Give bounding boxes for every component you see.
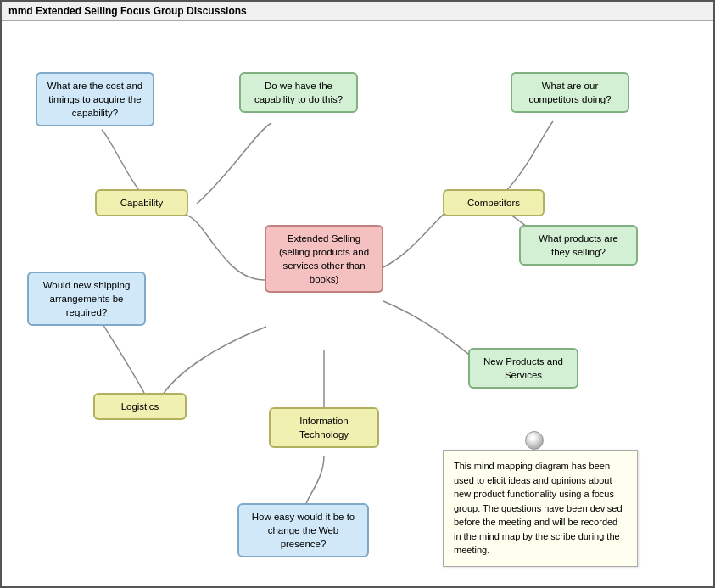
node-q2: Do we have the capability to do this? — [239, 72, 358, 113]
title-bar: mmd Extended Selling Focus Group Discuss… — [2, 2, 713, 21]
window-title: mmd Extended Selling Focus Group Discuss… — [8, 5, 247, 17]
node-new-products: New Products and Services — [468, 348, 578, 389]
node-q3: What are our competitors doing? — [511, 72, 629, 113]
node-center: Extended Selling (selling products and s… — [265, 225, 383, 293]
node-q4: What products are they selling? — [519, 225, 638, 266]
node-information-technology: Information Technology — [269, 407, 379, 448]
node-capability: Capability — [95, 189, 188, 216]
node-competitors: Competitors — [443, 189, 545, 216]
note-handle — [525, 431, 544, 450]
node-q6: How easy would it be to change the Web p… — [237, 503, 369, 557]
note-box: This mind mapping diagram has been used … — [443, 450, 638, 567]
node-q5: Would new shipping arrangements be requi… — [27, 272, 146, 326]
node-q1: What are the cost and timings to acquire… — [36, 72, 154, 126]
canvas: Extended Selling (selling products and s… — [2, 21, 713, 584]
node-logistics: Logistics — [93, 393, 187, 420]
window: mmd Extended Selling Focus Group Discuss… — [0, 0, 715, 588]
